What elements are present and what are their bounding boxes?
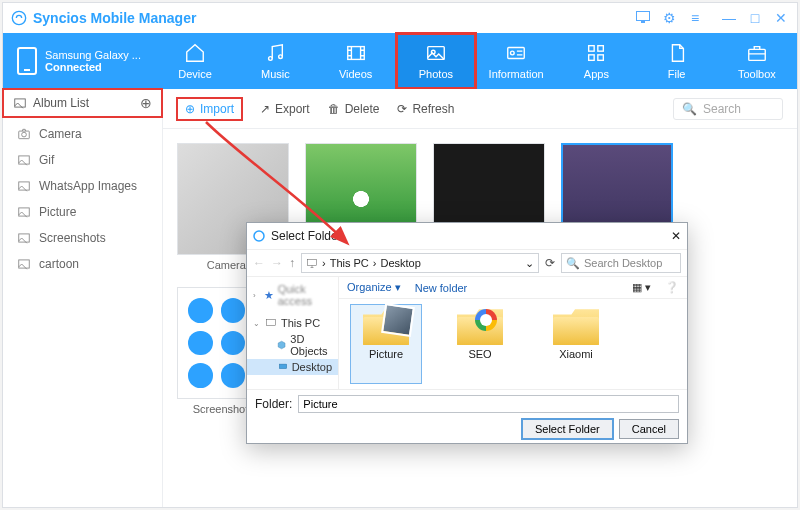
search-placeholder: Search [703,102,741,116]
pc-icon [265,317,277,329]
side-label: Quick access [278,283,332,307]
this-pc[interactable]: ⌄This PC [247,315,338,331]
sidebar-item-screenshots[interactable]: Screenshots [3,225,162,251]
app-title-text: Syncios Mobile Manager [33,10,196,26]
sidebar-item-gif[interactable]: Gif [3,147,162,173]
svg-rect-14 [749,49,766,60]
delete-button[interactable]: 🗑Delete [328,102,380,116]
chevron-down-icon[interactable]: ⌄ [525,257,534,270]
sidebar-item-whatsapp[interactable]: WhatsApp Images [3,173,162,199]
title-bar: Syncios Mobile Manager ⚙ ≡ — □ ✕ [3,3,797,33]
svg-rect-26 [279,364,286,369]
dialog-close-button[interactable]: ✕ [671,229,681,243]
refresh-button[interactable]: ⟳Refresh [397,102,454,116]
sidebar-item-cartoon[interactable]: cartoon [3,251,162,277]
app-logo-icon [11,10,27,26]
select-folder-dialog: Select Folder ✕ ← → ↑ › This PC › Deskto… [246,222,688,444]
toolbar-label: Refresh [412,102,454,116]
forward-button[interactable]: → [271,256,283,270]
help-button[interactable]: ❔ [665,281,679,294]
cancel-button[interactable]: Cancel [619,419,679,439]
maximize-button[interactable]: □ [747,10,763,26]
dialog-footer: Folder: Select Folder Cancel [247,389,687,446]
folder-icon [457,307,503,345]
search-icon: 🔍 [566,257,580,270]
sidebar-item-picture[interactable]: Picture [3,199,162,225]
minimize-button[interactable]: — [721,10,737,26]
refresh-icon: ⟳ [397,102,407,116]
tab-toolbox[interactable]: Toolbox [717,33,797,89]
cube-icon [277,339,286,351]
breadcrumb[interactable]: Desktop [380,257,420,269]
svg-point-9 [511,51,515,55]
svg-rect-24 [308,260,317,266]
image-icon [17,179,31,193]
folder-item[interactable]: Picture [351,305,421,383]
tab-device[interactable]: Device [155,33,235,89]
svg-point-17 [22,132,27,137]
export-button[interactable]: ↗Export [260,102,310,116]
sidebar-item-label: Screenshots [39,231,106,245]
search-icon: 🔍 [682,102,697,116]
sidebar-item-label: WhatsApp Images [39,179,137,193]
breadcrumb[interactable]: This PC [330,257,369,269]
search-input[interactable]: 🔍 Search [673,98,783,120]
sidebar-title[interactable]: Album List ⊕ [3,89,162,117]
content-toolbar: ⊕ Import ↗Export 🗑Delete ⟳Refresh 🔍 Sear… [163,89,797,129]
tab-information[interactable]: Information [476,33,556,89]
app-title: Syncios Mobile Manager [11,10,196,26]
svg-point-4 [279,55,283,59]
screen-icon[interactable] [635,10,651,26]
address-bar[interactable]: › This PC › Desktop ⌄ [301,253,539,273]
svg-point-23 [254,231,264,241]
folder-item[interactable]: Xiaomi [541,307,611,381]
folder-name: Xiaomi [559,348,593,360]
export-icon: ↗ [260,102,270,116]
tab-file[interactable]: File [637,33,717,89]
dialog-search[interactable]: 🔍 Search Desktop [561,253,681,273]
sidebar-item-camera[interactable]: Camera [3,121,162,147]
folder-field-label: Folder: [255,397,292,411]
tab-music[interactable]: Music [235,33,315,89]
folder-item[interactable]: SEO [445,307,515,381]
import-button[interactable]: ⊕ Import [177,98,242,120]
quick-access[interactable]: ›★Quick access [247,281,338,309]
view-button[interactable]: ▦ ▾ [632,281,651,294]
settings-icon[interactable]: ⚙ [661,10,677,26]
camera-icon [17,127,31,141]
close-button[interactable]: ✕ [773,10,789,26]
tab-apps[interactable]: Apps [556,33,636,89]
svg-rect-10 [589,46,595,52]
add-album-button[interactable]: ⊕ [140,95,152,111]
tab-label: Photos [419,68,453,80]
plus-circle-icon: ⊕ [185,102,195,116]
image-icon [17,257,31,271]
tab-photos[interactable]: Photos [396,33,476,89]
new-folder-button[interactable]: New folder [415,282,468,294]
file-icon [666,42,688,64]
folder-icon [363,307,409,345]
folder-name-input[interactable] [298,395,679,413]
side-3d-objects[interactable]: 3D Objects [247,331,338,359]
folder-name: Picture [369,348,403,360]
sidebar-title-text: Album List [33,96,89,110]
organize-button[interactable]: Organize ▾ [347,281,401,294]
dialog-toolbar: Organize ▾ New folder ▦ ▾ ❔ [339,277,687,299]
device-status[interactable]: Samsung Galaxy ... Connected [3,33,155,89]
menu-icon[interactable]: ≡ [687,10,703,26]
back-button[interactable]: ← [253,256,265,270]
side-desktop[interactable]: Desktop [247,359,338,375]
dialog-main: Organize ▾ New folder ▦ ▾ ❔ Picture SEO … [339,277,687,389]
card-icon [505,42,527,64]
select-folder-button[interactable]: Select Folder [522,419,613,439]
phone-icon [17,47,37,75]
tab-label: Toolbox [738,68,776,80]
album-icon [13,96,27,110]
up-button[interactable]: ↑ [289,256,295,270]
refresh-button[interactable]: ⟳ [545,256,555,270]
device-name: Samsung Galaxy ... [45,49,141,61]
toolbox-icon [746,42,768,64]
toolbar-label: Delete [345,102,380,116]
tab-videos[interactable]: Videos [316,33,396,89]
tab-label: Music [261,68,290,80]
